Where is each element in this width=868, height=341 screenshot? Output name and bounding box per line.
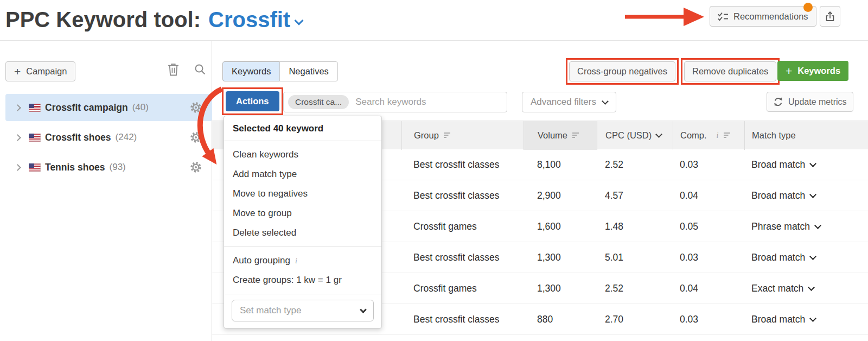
chevron-down-icon[interactable] <box>295 16 304 26</box>
chevron-down-icon <box>808 284 815 291</box>
keyword-count: (242) <box>116 132 137 143</box>
cross-group-negatives-highlight: Cross-group negatives <box>566 58 679 85</box>
menu-item-auto-grouping[interactable]: Auto groupingi <box>224 251 381 270</box>
update-metrics-button[interactable]: Update metrics <box>767 92 853 112</box>
match-type-value: Broad match <box>751 252 805 263</box>
menu-item-clean-keywords[interactable]: Clean keywords <box>224 145 381 165</box>
campaign-item-tennis-shoes[interactable]: Tennis shoes (93) <box>5 154 212 181</box>
header-volume-label: Volume <box>538 130 567 141</box>
campaign-item-crossfit-shoes[interactable]: Crossfit shoes (242) <box>5 124 212 151</box>
trash-icon <box>167 62 180 77</box>
volume-cell: 1,300 <box>524 252 597 263</box>
sort-icon[interactable] <box>572 132 579 138</box>
campaign-selector[interactable]: Crossfit <box>208 8 290 31</box>
add-keywords-button[interactable]: + Keywords <box>777 61 848 81</box>
group-cell: Best crossfit classes <box>401 159 524 171</box>
plus-icon: + <box>14 66 21 77</box>
header-group-label: Group <box>414 130 439 141</box>
header-group[interactable]: Group <box>401 121 524 150</box>
cpc-cell: 2.70 <box>597 314 673 325</box>
search-keywords-input[interactable] <box>355 97 502 108</box>
tab-keywords[interactable]: Keywords <box>222 61 280 81</box>
sort-icon[interactable] <box>724 132 731 138</box>
actions-button[interactable]: Actions <box>226 91 279 111</box>
set-match-type-select[interactable]: Set match type <box>232 300 374 321</box>
match-type-dropdown[interactable]: Broad match <box>744 314 868 325</box>
add-keywords-label: Keywords <box>797 66 840 76</box>
advanced-filters-label: Advanced filters <box>531 97 596 108</box>
sort-desc-chevron-icon[interactable] <box>655 131 662 138</box>
header-comp-label: Comp. <box>680 130 707 141</box>
advanced-filters-button[interactable]: Advanced filters <box>522 92 616 112</box>
sort-icon[interactable] <box>444 132 451 138</box>
add-campaign-label: Campaign <box>26 66 67 77</box>
info-icon: i <box>295 257 297 265</box>
tab-negatives[interactable]: Negatives <box>279 61 337 81</box>
set-match-type-placeholder: Set match type <box>240 305 301 316</box>
match-type-value: Phrase match <box>751 221 810 232</box>
campaign-name: Crossfit campaign <box>45 102 128 113</box>
header-comp[interactable]: Comp. i <box>673 121 744 150</box>
volume-cell: 1,300 <box>524 283 597 294</box>
chevron-down-icon <box>360 306 367 313</box>
top-header: PPC Keyword tool:Crossfit Recommendation… <box>0 0 868 41</box>
recommendations-button[interactable]: Recommendations <box>710 6 816 27</box>
export-button[interactable] <box>820 6 840 27</box>
chevron-down-icon <box>809 315 816 322</box>
campaign-item-crossfit-campaign[interactable]: Crossfit campaign (40) <box>5 94 212 121</box>
menu-item-move-to-group[interactable]: Move to group <box>224 204 381 223</box>
ppc-keyword-tool-app: PPC Keyword tool:Crossfit Recommendation… <box>0 0 868 341</box>
header-cpc-label: CPC (USD) <box>605 130 652 141</box>
auto-grouping-label: Auto grouping <box>233 255 290 266</box>
plus-icon: + <box>786 65 792 77</box>
volume-cell: 880 <box>524 314 597 325</box>
match-type-value: Broad match <box>751 190 805 201</box>
header-match-type[interactable]: Match type <box>744 121 868 150</box>
keyword-search-box[interactable]: Crossfit ca... <box>283 92 507 112</box>
expand-chevron-icon[interactable] <box>15 162 20 172</box>
chevron-down-icon <box>602 98 609 105</box>
chevron-down-icon <box>809 160 816 167</box>
campaign-filter-chip[interactable]: Crossfit ca... <box>288 95 349 109</box>
campaign-settings-button[interactable] <box>190 102 201 115</box>
info-icon: i <box>717 131 719 140</box>
keywords-negatives-tabs: Keywords Negatives <box>222 61 338 81</box>
menu-item-delete-selected[interactable]: Delete selected <box>224 223 381 243</box>
header-volume[interactable]: Volume <box>524 121 597 150</box>
campaign-list: Crossfit campaign (40) Crossfit shoes (2… <box>0 94 212 184</box>
campaign-settings-button[interactable] <box>190 162 201 175</box>
refresh-icon <box>773 97 783 107</box>
export-icon <box>824 10 836 22</box>
cpc-cell: 2.52 <box>597 159 673 171</box>
group-cell: Best crossfit classes <box>401 190 524 201</box>
cross-group-negatives-button[interactable]: Cross-group negatives <box>569 61 675 81</box>
search-campaigns-button[interactable] <box>194 64 206 78</box>
gear-icon <box>190 132 201 143</box>
match-type-dropdown[interactable]: Broad match <box>744 252 868 263</box>
red-arrow-annotation <box>624 7 705 27</box>
group-cell: Crossfit games <box>401 283 524 294</box>
menu-divider: Set match type <box>224 294 381 321</box>
group-cell: Crossfit games <box>401 221 524 232</box>
menu-item-add-match-type[interactable]: Add match type <box>224 165 381 184</box>
delete-campaign-button[interactable] <box>167 62 180 79</box>
match-type-dropdown[interactable]: Broad match <box>744 190 868 201</box>
header-match-type-label: Match type <box>752 130 796 141</box>
menu-item-move-to-negatives[interactable]: Move to negatives <box>224 184 381 204</box>
chevron-down-icon <box>809 191 816 198</box>
remove-duplicates-button[interactable]: Remove duplicates <box>684 61 776 81</box>
add-campaign-button[interactable]: + Campaign <box>5 61 75 81</box>
header-cpc[interactable]: CPC (USD) <box>597 121 673 150</box>
expand-chevron-icon[interactable] <box>15 103 20 112</box>
match-type-dropdown[interactable]: Exact match <box>744 283 868 294</box>
campaign-settings-button[interactable] <box>190 132 201 145</box>
menu-item-create-groups[interactable]: Create groups: 1 kw = 1 gr <box>224 270 381 290</box>
comp-cell: 0.05 <box>673 221 744 232</box>
match-type-dropdown[interactable]: Broad match <box>744 159 868 171</box>
update-metrics-label: Update metrics <box>788 97 847 107</box>
gear-icon <box>190 162 201 173</box>
match-type-dropdown[interactable]: Phrase match <box>744 221 868 232</box>
volume-cell: 2,900 <box>524 190 597 201</box>
chevron-down-icon <box>814 222 821 229</box>
expand-chevron-icon[interactable] <box>15 132 20 142</box>
